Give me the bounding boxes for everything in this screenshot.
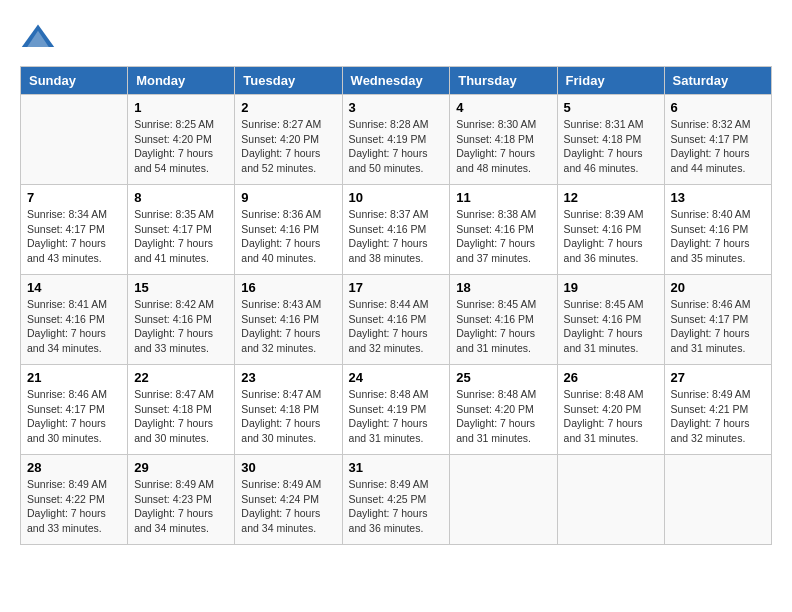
day-info: Sunrise: 8:49 AMSunset: 4:22 PMDaylight:… xyxy=(27,477,121,536)
day-header-thursday: Thursday xyxy=(450,67,557,95)
calendar-cell: 24Sunrise: 8:48 AMSunset: 4:19 PMDayligh… xyxy=(342,365,450,455)
calendar-cell xyxy=(664,455,771,545)
day-info: Sunrise: 8:49 AMSunset: 4:23 PMDaylight:… xyxy=(134,477,228,536)
day-number: 14 xyxy=(27,280,121,295)
header-row: SundayMondayTuesdayWednesdayThursdayFrid… xyxy=(21,67,772,95)
day-number: 11 xyxy=(456,190,550,205)
calendar-cell: 13Sunrise: 8:40 AMSunset: 4:16 PMDayligh… xyxy=(664,185,771,275)
calendar-cell: 16Sunrise: 8:43 AMSunset: 4:16 PMDayligh… xyxy=(235,275,342,365)
day-info: Sunrise: 8:48 AMSunset: 4:19 PMDaylight:… xyxy=(349,387,444,446)
day-info: Sunrise: 8:38 AMSunset: 4:16 PMDaylight:… xyxy=(456,207,550,266)
day-info: Sunrise: 8:49 AMSunset: 4:21 PMDaylight:… xyxy=(671,387,765,446)
calendar-cell: 28Sunrise: 8:49 AMSunset: 4:22 PMDayligh… xyxy=(21,455,128,545)
day-info: Sunrise: 8:31 AMSunset: 4:18 PMDaylight:… xyxy=(564,117,658,176)
calendar-cell: 10Sunrise: 8:37 AMSunset: 4:16 PMDayligh… xyxy=(342,185,450,275)
calendar-cell: 11Sunrise: 8:38 AMSunset: 4:16 PMDayligh… xyxy=(450,185,557,275)
day-number: 22 xyxy=(134,370,228,385)
day-number: 20 xyxy=(671,280,765,295)
week-row-5: 28Sunrise: 8:49 AMSunset: 4:22 PMDayligh… xyxy=(21,455,772,545)
calendar-cell: 7Sunrise: 8:34 AMSunset: 4:17 PMDaylight… xyxy=(21,185,128,275)
calendar-cell: 20Sunrise: 8:46 AMSunset: 4:17 PMDayligh… xyxy=(664,275,771,365)
day-number: 3 xyxy=(349,100,444,115)
calendar-cell: 23Sunrise: 8:47 AMSunset: 4:18 PMDayligh… xyxy=(235,365,342,455)
day-info: Sunrise: 8:44 AMSunset: 4:16 PMDaylight:… xyxy=(349,297,444,356)
day-number: 12 xyxy=(564,190,658,205)
day-number: 7 xyxy=(27,190,121,205)
day-number: 15 xyxy=(134,280,228,295)
day-number: 4 xyxy=(456,100,550,115)
day-header-friday: Friday xyxy=(557,67,664,95)
logo-icon xyxy=(20,20,56,56)
day-header-monday: Monday xyxy=(128,67,235,95)
calendar-cell: 21Sunrise: 8:46 AMSunset: 4:17 PMDayligh… xyxy=(21,365,128,455)
day-number: 2 xyxy=(241,100,335,115)
day-info: Sunrise: 8:45 AMSunset: 4:16 PMDaylight:… xyxy=(564,297,658,356)
calendar-cell: 9Sunrise: 8:36 AMSunset: 4:16 PMDaylight… xyxy=(235,185,342,275)
logo xyxy=(20,20,60,56)
calendar-cell: 18Sunrise: 8:45 AMSunset: 4:16 PMDayligh… xyxy=(450,275,557,365)
day-info: Sunrise: 8:37 AMSunset: 4:16 PMDaylight:… xyxy=(349,207,444,266)
day-info: Sunrise: 8:41 AMSunset: 4:16 PMDaylight:… xyxy=(27,297,121,356)
day-number: 19 xyxy=(564,280,658,295)
day-info: Sunrise: 8:43 AMSunset: 4:16 PMDaylight:… xyxy=(241,297,335,356)
day-info: Sunrise: 8:48 AMSunset: 4:20 PMDaylight:… xyxy=(456,387,550,446)
calendar-cell: 19Sunrise: 8:45 AMSunset: 4:16 PMDayligh… xyxy=(557,275,664,365)
day-info: Sunrise: 8:46 AMSunset: 4:17 PMDaylight:… xyxy=(27,387,121,446)
day-info: Sunrise: 8:47 AMSunset: 4:18 PMDaylight:… xyxy=(134,387,228,446)
day-info: Sunrise: 8:32 AMSunset: 4:17 PMDaylight:… xyxy=(671,117,765,176)
day-info: Sunrise: 8:34 AMSunset: 4:17 PMDaylight:… xyxy=(27,207,121,266)
day-number: 10 xyxy=(349,190,444,205)
calendar-cell: 31Sunrise: 8:49 AMSunset: 4:25 PMDayligh… xyxy=(342,455,450,545)
day-info: Sunrise: 8:27 AMSunset: 4:20 PMDaylight:… xyxy=(241,117,335,176)
day-number: 28 xyxy=(27,460,121,475)
day-number: 29 xyxy=(134,460,228,475)
calendar-cell: 2Sunrise: 8:27 AMSunset: 4:20 PMDaylight… xyxy=(235,95,342,185)
calendar-cell: 12Sunrise: 8:39 AMSunset: 4:16 PMDayligh… xyxy=(557,185,664,275)
day-info: Sunrise: 8:42 AMSunset: 4:16 PMDaylight:… xyxy=(134,297,228,356)
day-number: 6 xyxy=(671,100,765,115)
day-number: 16 xyxy=(241,280,335,295)
calendar-cell: 5Sunrise: 8:31 AMSunset: 4:18 PMDaylight… xyxy=(557,95,664,185)
calendar-cell xyxy=(557,455,664,545)
day-header-saturday: Saturday xyxy=(664,67,771,95)
day-number: 30 xyxy=(241,460,335,475)
day-info: Sunrise: 8:45 AMSunset: 4:16 PMDaylight:… xyxy=(456,297,550,356)
day-info: Sunrise: 8:48 AMSunset: 4:20 PMDaylight:… xyxy=(564,387,658,446)
page-header xyxy=(20,20,772,56)
week-row-1: 1Sunrise: 8:25 AMSunset: 4:20 PMDaylight… xyxy=(21,95,772,185)
calendar-cell: 26Sunrise: 8:48 AMSunset: 4:20 PMDayligh… xyxy=(557,365,664,455)
day-header-sunday: Sunday xyxy=(21,67,128,95)
week-row-2: 7Sunrise: 8:34 AMSunset: 4:17 PMDaylight… xyxy=(21,185,772,275)
calendar-cell: 30Sunrise: 8:49 AMSunset: 4:24 PMDayligh… xyxy=(235,455,342,545)
day-number: 5 xyxy=(564,100,658,115)
day-info: Sunrise: 8:35 AMSunset: 4:17 PMDaylight:… xyxy=(134,207,228,266)
day-info: Sunrise: 8:30 AMSunset: 4:18 PMDaylight:… xyxy=(456,117,550,176)
day-info: Sunrise: 8:49 AMSunset: 4:25 PMDaylight:… xyxy=(349,477,444,536)
calendar-cell: 17Sunrise: 8:44 AMSunset: 4:16 PMDayligh… xyxy=(342,275,450,365)
calendar-cell: 1Sunrise: 8:25 AMSunset: 4:20 PMDaylight… xyxy=(128,95,235,185)
day-number: 23 xyxy=(241,370,335,385)
day-info: Sunrise: 8:49 AMSunset: 4:24 PMDaylight:… xyxy=(241,477,335,536)
week-row-4: 21Sunrise: 8:46 AMSunset: 4:17 PMDayligh… xyxy=(21,365,772,455)
day-number: 27 xyxy=(671,370,765,385)
day-info: Sunrise: 8:46 AMSunset: 4:17 PMDaylight:… xyxy=(671,297,765,356)
calendar-cell: 4Sunrise: 8:30 AMSunset: 4:18 PMDaylight… xyxy=(450,95,557,185)
calendar-cell: 25Sunrise: 8:48 AMSunset: 4:20 PMDayligh… xyxy=(450,365,557,455)
calendar-cell: 3Sunrise: 8:28 AMSunset: 4:19 PMDaylight… xyxy=(342,95,450,185)
day-info: Sunrise: 8:39 AMSunset: 4:16 PMDaylight:… xyxy=(564,207,658,266)
day-number: 21 xyxy=(27,370,121,385)
day-number: 8 xyxy=(134,190,228,205)
day-info: Sunrise: 8:28 AMSunset: 4:19 PMDaylight:… xyxy=(349,117,444,176)
calendar-cell: 8Sunrise: 8:35 AMSunset: 4:17 PMDaylight… xyxy=(128,185,235,275)
calendar-cell: 22Sunrise: 8:47 AMSunset: 4:18 PMDayligh… xyxy=(128,365,235,455)
week-row-3: 14Sunrise: 8:41 AMSunset: 4:16 PMDayligh… xyxy=(21,275,772,365)
day-info: Sunrise: 8:25 AMSunset: 4:20 PMDaylight:… xyxy=(134,117,228,176)
day-info: Sunrise: 8:47 AMSunset: 4:18 PMDaylight:… xyxy=(241,387,335,446)
day-number: 24 xyxy=(349,370,444,385)
calendar-cell: 6Sunrise: 8:32 AMSunset: 4:17 PMDaylight… xyxy=(664,95,771,185)
day-number: 13 xyxy=(671,190,765,205)
calendar-cell: 14Sunrise: 8:41 AMSunset: 4:16 PMDayligh… xyxy=(21,275,128,365)
calendar-cell xyxy=(450,455,557,545)
day-number: 9 xyxy=(241,190,335,205)
day-info: Sunrise: 8:40 AMSunset: 4:16 PMDaylight:… xyxy=(671,207,765,266)
